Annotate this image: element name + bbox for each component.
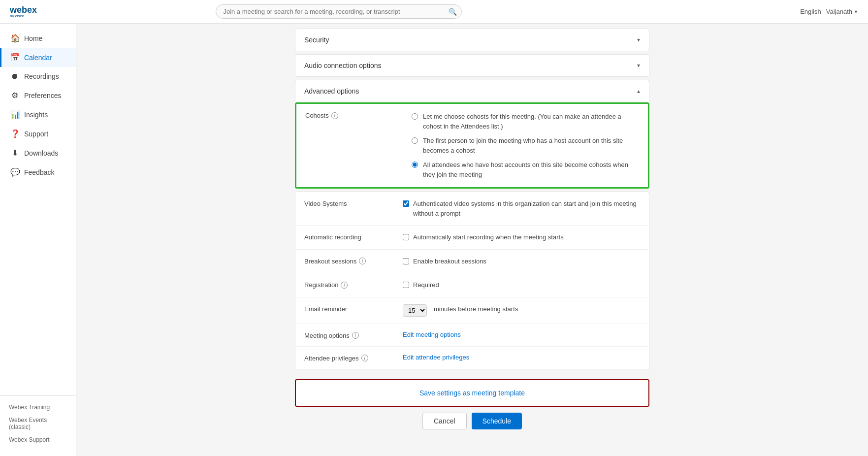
audio-header[interactable]: Audio connection options ▾ xyxy=(295,55,649,76)
video-systems-label: Video Systems xyxy=(304,199,403,207)
sidebar-item-home[interactable]: 🏠Home xyxy=(0,29,76,48)
user-menu[interactable]: Vaijanath xyxy=(826,8,858,15)
auto-recording-checkbox[interactable] xyxy=(403,234,409,240)
sidebar-item-calendar[interactable]: 📅Calendar xyxy=(0,48,76,67)
advanced-header[interactable]: Advanced options ▴ xyxy=(295,80,649,102)
home-icon: 🏠 xyxy=(10,33,19,43)
meeting-options-control: Edit meeting options xyxy=(403,331,640,338)
registration-control: Required xyxy=(403,280,640,290)
save-template-link[interactable]: Save settings as meeting template xyxy=(419,389,525,397)
support-icon: ❓ xyxy=(10,129,19,138)
registration-label: Registration i xyxy=(304,280,403,289)
breakout-sessions-label: Breakout sessions i xyxy=(304,257,403,265)
sidebar-footer-link-webex-events-(classic)[interactable]: Webex Events (classic) xyxy=(0,414,76,433)
email-reminder-text: minutes before meeting starts xyxy=(434,304,518,314)
registration-row: Registration i Required xyxy=(295,273,649,297)
auto-recording-control: Automatically start recording when the m… xyxy=(403,232,640,242)
sidebar-item-preferences[interactable]: ⚙Preferences xyxy=(0,86,76,105)
preferences-icon: ⚙ xyxy=(10,91,19,100)
sidebar-item-downloads[interactable]: ⬇Downloads xyxy=(0,143,76,163)
attendee-privileges-control: Edit attendee privileges xyxy=(403,354,640,361)
breakout-sessions-control: Enable breakout sessions xyxy=(403,257,640,266)
auto-recording-row: Automatic recording Automatically start … xyxy=(295,226,649,250)
sidebar-item-label-downloads: Downloads xyxy=(24,149,58,157)
registration-checkbox[interactable] xyxy=(403,282,409,288)
sidebar-footer-link-webex-support[interactable]: Webex Support xyxy=(0,433,76,446)
cohost-label-2: The first person to join the meeting who… xyxy=(423,136,639,155)
cohost-option-1: Let me choose cohosts for this meeting. … xyxy=(412,112,639,131)
sidebar-item-label-insights: Insights xyxy=(24,111,48,119)
cohosts-label: Cohosts i xyxy=(305,112,404,119)
schedule-button[interactable]: Schedule xyxy=(472,413,522,429)
cohost-radio-2[interactable] xyxy=(412,137,418,144)
audio-section: Audio connection options ▾ xyxy=(295,54,649,77)
security-chevron: ▾ xyxy=(637,36,640,43)
save-template-box: Save settings as meeting template xyxy=(295,379,649,407)
cohosts-box: Cohosts i Let me choose cohosts for this… xyxy=(295,102,649,189)
search-container: 🔍 xyxy=(216,4,462,19)
video-systems-text: Authenticated video systems in this orga… xyxy=(413,199,640,218)
sidebar-item-label-home: Home xyxy=(24,34,42,42)
auto-recording-label: Automatic recording xyxy=(304,232,403,241)
edit-attendee-privileges-link[interactable]: Edit attendee privileges xyxy=(403,354,469,361)
feedback-icon: 💬 xyxy=(10,167,19,177)
video-systems-control: Authenticated video systems in this orga… xyxy=(403,199,640,218)
options-table: Video Systems Authenticated video system… xyxy=(295,192,649,369)
advanced-chevron: ▴ xyxy=(637,88,640,95)
cohost-option-2: The first person to join the meeting who… xyxy=(412,136,639,155)
calendar-icon: 📅 xyxy=(10,53,19,62)
search-input[interactable] xyxy=(216,4,462,19)
meeting-options-row: Meeting options i Edit meeting options xyxy=(295,324,649,347)
attendee-privileges-row: Attendee privileges i Edit attendee priv… xyxy=(295,347,649,369)
sidebar-item-label-recordings: Recordings xyxy=(24,72,59,80)
audio-chevron: ▾ xyxy=(637,62,640,69)
content-inner: Security ▾ Audio connection options ▾ Ad… xyxy=(285,24,659,454)
registration-info-icon: i xyxy=(341,282,348,289)
recordings-icon: ⏺ xyxy=(10,72,19,81)
cohosts-options: Let me choose cohosts for this meeting. … xyxy=(412,112,639,179)
advanced-label: Advanced options xyxy=(304,87,359,95)
cohost-radio-3[interactable] xyxy=(412,162,418,168)
video-systems-row: Video Systems Authenticated video system… xyxy=(295,192,649,226)
video-systems-checkbox[interactable] xyxy=(403,200,409,207)
sidebar-item-label-calendar: Calendar xyxy=(24,54,52,62)
advanced-section: Advanced options ▴ xyxy=(295,80,649,102)
logo-text: webex xyxy=(10,5,37,14)
insights-icon: 📊 xyxy=(10,110,19,119)
sidebar-item-support[interactable]: ❓Support xyxy=(0,124,76,143)
search-icon: 🔍 xyxy=(449,8,457,16)
sidebar-item-recordings[interactable]: ⏺Recordings xyxy=(0,67,76,86)
cohost-label-3: All attendees who have host accounts on … xyxy=(423,160,639,179)
security-label: Security xyxy=(304,36,329,44)
sidebar-footer-link-webex-training[interactable]: Webex Training xyxy=(0,401,76,414)
meeting-options-info-icon: i xyxy=(352,332,359,339)
audio-label: Audio connection options xyxy=(304,62,381,69)
cohost-radio-1[interactable] xyxy=(412,113,418,120)
sidebar-item-feedback[interactable]: 💬Feedback xyxy=(0,163,76,182)
sidebar-item-insights[interactable]: 📊Insights xyxy=(0,105,76,124)
security-header[interactable]: Security ▾ xyxy=(295,29,649,51)
registration-text: Required xyxy=(413,280,439,290)
page-footer: © 2022 Cisco and/or its affiliates. All … xyxy=(76,454,868,456)
cancel-button[interactable]: Cancel xyxy=(422,413,467,429)
sidebar-footer: Webex TrainingWebex Events (classic)Webe… xyxy=(0,395,76,456)
email-reminder-select[interactable]: 5 10 15 30 60 xyxy=(403,304,427,317)
main-content: Security ▾ Audio connection options ▾ Ad… xyxy=(76,24,868,456)
edit-meeting-options-link[interactable]: Edit meeting options xyxy=(403,331,461,338)
sidebar-nav: 🏠Home📅Calendar⏺Recordings⚙Preferences📊In… xyxy=(0,29,76,395)
cohost-label-1: Let me choose cohosts for this meeting. … xyxy=(423,112,639,131)
email-reminder-control: 5 10 15 30 60 minutes before meeting sta… xyxy=(403,304,640,317)
breakout-sessions-checkbox[interactable] xyxy=(403,258,409,264)
action-buttons: Cancel Schedule xyxy=(295,413,649,434)
attendee-privileges-label: Attendee privileges i xyxy=(304,354,403,362)
sidebar-item-label-feedback: Feedback xyxy=(24,168,54,176)
attendee-privileges-info-icon: i xyxy=(361,355,368,361)
topbar-right: English Vaijanath xyxy=(800,8,858,15)
logo: webex by cisco xyxy=(10,5,37,18)
meeting-options-label: Meeting options i xyxy=(304,331,403,339)
logo-sub: by cisco xyxy=(10,14,37,18)
sidebar-item-label-support: Support xyxy=(24,130,48,138)
language-selector[interactable]: English xyxy=(800,8,821,15)
sidebar: 🏠Home📅Calendar⏺Recordings⚙Preferences📊In… xyxy=(0,24,76,456)
email-reminder-row: Email reminder 5 10 15 30 60 minutes bef… xyxy=(295,297,649,324)
